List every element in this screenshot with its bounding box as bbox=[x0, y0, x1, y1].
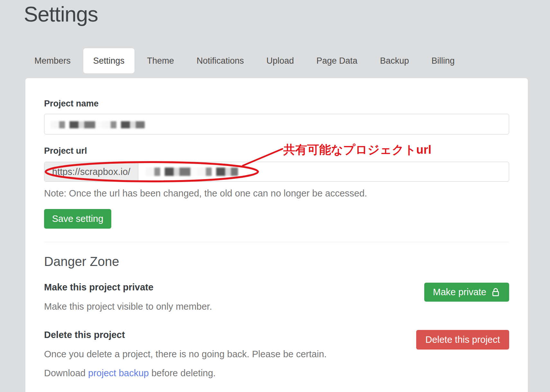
make-private-description: Make this project visible to only member… bbox=[44, 301, 212, 312]
save-setting-label: Save setting bbox=[52, 214, 104, 224]
make-private-title: Make this project private bbox=[44, 282, 153, 293]
url-change-note: Note: Once the url has been changed, the… bbox=[44, 188, 367, 199]
make-private-label: Make private bbox=[433, 287, 486, 297]
settings-tabbar: Members Settings Theme Notifications Upl… bbox=[24, 48, 464, 73]
make-private-button[interactable]: Make private bbox=[424, 283, 509, 302]
annotation-label: 共有可能なプロジェクトurl bbox=[283, 142, 431, 158]
delete-project-button[interactable]: Delete this project bbox=[416, 330, 509, 350]
settings-card: Project name Project url https://scrapbo… bbox=[25, 78, 528, 392]
danger-zone-heading: Danger Zone bbox=[44, 254, 119, 269]
project-name-input[interactable] bbox=[44, 114, 509, 134]
download-suffix: before deleting. bbox=[149, 368, 216, 378]
download-backup-line: Download project backup before deleting. bbox=[44, 368, 216, 378]
lock-icon bbox=[491, 287, 500, 297]
delete-project-description: Once you delete a project, there is no g… bbox=[44, 349, 327, 360]
page-title: Settings bbox=[24, 2, 98, 26]
tab-backup[interactable]: Backup bbox=[370, 48, 419, 73]
tab-notifications[interactable]: Notifications bbox=[187, 48, 254, 73]
project-url-input[interactable]: https://scrapbox.io/ bbox=[44, 162, 509, 182]
download-prefix: Download bbox=[44, 368, 88, 378]
tab-upload[interactable]: Upload bbox=[256, 48, 304, 73]
project-backup-link[interactable]: project backup bbox=[88, 368, 149, 378]
project-url-redacted-value bbox=[146, 168, 238, 176]
tab-page-data[interactable]: Page Data bbox=[307, 48, 368, 73]
project-url-label: Project url bbox=[44, 146, 87, 156]
tab-billing[interactable]: Billing bbox=[421, 48, 464, 73]
tab-theme[interactable]: Theme bbox=[137, 48, 184, 73]
project-name-redacted-value bbox=[51, 121, 145, 128]
save-setting-button[interactable]: Save setting bbox=[44, 209, 111, 229]
tab-settings[interactable]: Settings bbox=[83, 48, 135, 73]
project-name-label: Project name bbox=[44, 99, 99, 109]
url-prefix-addon: https://scrapbox.io/ bbox=[44, 162, 138, 181]
delete-project-label: Delete this project bbox=[425, 334, 500, 345]
section-divider bbox=[44, 242, 509, 242]
delete-project-title: Delete this project bbox=[44, 330, 125, 340]
tab-members[interactable]: Members bbox=[24, 48, 81, 73]
